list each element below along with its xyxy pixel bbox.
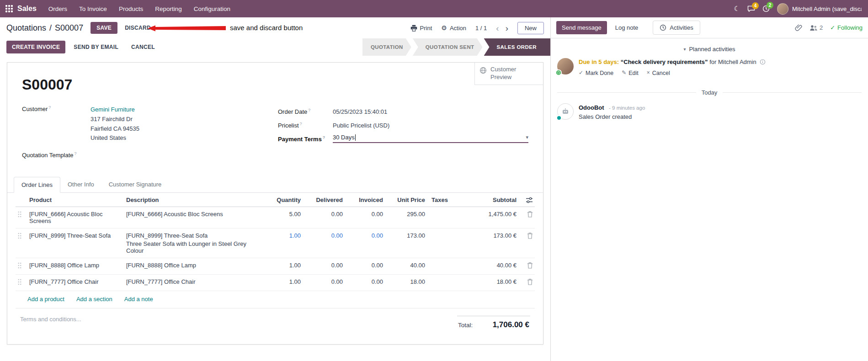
product-cell[interactable]: [FURN_8888] Office Lamp	[27, 258, 124, 275]
invoiced-cell[interactable]: 0.00	[345, 275, 385, 291]
user-menu[interactable]: Mitchell Admin (save_discar	[777, 3, 862, 15]
menu-configuration[interactable]: Configuration	[194, 5, 230, 12]
order-date-field[interactable]: 05/25/2023 15:40:01	[333, 107, 387, 115]
terms-and-conditions-input[interactable]: Terms and conditions...	[20, 316, 81, 334]
save-button[interactable]: SAVE	[91, 22, 117, 34]
apps-grid-icon[interactable]	[5, 5, 13, 12]
app-brand[interactable]: Sales	[17, 5, 37, 13]
unit-price-cell[interactable]: 40.00	[385, 258, 427, 275]
dark-mode-toggle[interactable]: ☾	[734, 5, 740, 13]
quantity-cell[interactable]: 5.00	[262, 207, 303, 228]
print-button[interactable]: Print	[410, 25, 432, 32]
product-cell[interactable]: [FURN_7777] Office Chair	[27, 275, 124, 291]
drag-handle-icon[interactable]	[17, 232, 22, 239]
customer-preview-button[interactable]: Customer Preview	[474, 63, 543, 85]
tab-other-info[interactable]: Other Info	[60, 177, 101, 193]
control-panel: Quotations / S00007 SAVE DISCARD save an…	[0, 17, 550, 38]
planned-activities-header[interactable]: ▾ Planned activities	[551, 46, 868, 53]
menu-products[interactable]: Products	[119, 5, 143, 12]
action-button[interactable]: ⚙ Action	[441, 24, 466, 32]
tab-order-lines[interactable]: Order Lines	[14, 177, 60, 193]
message-author[interactable]: OdooBot	[579, 104, 604, 111]
activity-assignee: for Mitchell Admin	[709, 58, 756, 65]
menu-to-invoice[interactable]: To Invoice	[79, 5, 107, 12]
messages-menu[interactable]: 4	[747, 5, 755, 12]
stage-sales-order[interactable]: SALES ORDER	[484, 38, 550, 56]
drag-handle-icon[interactable]	[17, 278, 22, 286]
paperclip-icon[interactable]	[795, 24, 802, 32]
delivered-cell[interactable]: 0.00	[303, 228, 345, 258]
menu-reporting[interactable]: Reporting	[155, 5, 182, 12]
moon-icon: ☾	[734, 5, 740, 13]
total-label: Total:	[458, 322, 473, 329]
followers-button[interactable]: 2	[809, 24, 823, 31]
stage-quotation-sent[interactable]: QUOTATION SENT	[413, 38, 483, 56]
unit-price-cell[interactable]: 295.00	[385, 207, 427, 228]
payment-terms-field[interactable]: 30 Days ▾	[333, 134, 528, 143]
delivered-cell[interactable]: 0.00	[303, 258, 345, 275]
description-cell[interactable]: [FURN_8999] Three-Seat SofaThree Seater …	[124, 228, 262, 258]
quantity-cell[interactable]: 1.00	[262, 275, 303, 291]
add-note-link[interactable]: Add a note	[124, 296, 153, 303]
delivered-cell[interactable]: 0.00	[303, 207, 345, 228]
delete-line-icon[interactable]	[527, 232, 533, 239]
info-icon[interactable]	[760, 59, 766, 65]
description-cell[interactable]: [FURN_7777] Office Chair	[124, 275, 262, 291]
activity-summary-line: Due in 5 days: “Check delivery requireme…	[579, 58, 766, 67]
pager-next-icon[interactable]: ›	[506, 24, 508, 32]
add-product-link[interactable]: Add a product	[27, 296, 64, 303]
invoiced-cell[interactable]: 0.00	[345, 228, 385, 258]
tab-customer-signature[interactable]: Customer Signature	[101, 177, 169, 193]
mark-done-button[interactable]: ✓ Mark Done	[579, 69, 613, 77]
delivered-cell[interactable]: 0.00	[303, 275, 345, 291]
cancel-order-button[interactable]: CANCEL	[127, 41, 160, 53]
menu-orders[interactable]: Orders	[48, 5, 67, 12]
pricelist-field[interactable]: Public Pricelist (USD)	[333, 121, 389, 129]
taxes-cell[interactable]	[427, 258, 464, 275]
breadcrumb-quotations[interactable]: Quotations	[6, 23, 46, 33]
product-cell[interactable]: [FURN_8999] Three-Seat Sofa	[27, 228, 124, 258]
log-note-button[interactable]: Log note	[611, 21, 643, 34]
pager-previous-icon[interactable]: ‹	[496, 24, 499, 32]
invoiced-cell[interactable]: 0.00	[345, 207, 385, 228]
invoiced-cell[interactable]: 0.00	[345, 258, 385, 275]
help-icon: ?	[75, 151, 77, 156]
stage-quotation[interactable]: QUOTATION	[362, 38, 411, 56]
activities-tab[interactable]: Activities	[653, 21, 700, 35]
order-line-row[interactable]: [FURN_7777] Office Chair [FURN_7777] Off…	[16, 275, 535, 291]
customer-link[interactable]: Gemini Furniture	[91, 105, 139, 115]
activities-menu[interactable]: 2	[762, 5, 770, 12]
order-total: Total: 1,706.00 €	[457, 316, 530, 334]
activity-summary: “Check delivery requirements”	[621, 58, 708, 65]
create-invoice-button[interactable]: CREATE INVOICE	[6, 41, 65, 53]
following-button[interactable]: ✓ Following	[830, 24, 863, 31]
quantity-cell[interactable]: 1.00	[262, 228, 303, 258]
taxes-cell[interactable]	[427, 207, 464, 228]
status-bar: CREATE INVOICE SEND BY EMAIL CANCEL QUOT…	[0, 38, 550, 56]
edit-activity-button[interactable]: ✎ Edit	[622, 69, 639, 77]
description-cell[interactable]: [FURN_8888] Office Lamp	[124, 258, 262, 275]
send-message-button[interactable]: Send message	[556, 21, 607, 34]
unit-price-cell[interactable]: 173.00	[385, 228, 427, 258]
description-cell[interactable]: [FURN_6666] Acoustic Bloc Screens	[124, 207, 262, 228]
add-section-link[interactable]: Add a section	[76, 296, 112, 303]
adjust-columns-icon[interactable]	[526, 197, 533, 203]
quantity-cell[interactable]: 1.00	[262, 258, 303, 275]
delete-line-icon[interactable]	[527, 278, 533, 285]
send-by-email-button[interactable]: SEND BY EMAIL	[69, 41, 123, 53]
dropdown-caret-icon[interactable]: ▾	[526, 134, 528, 140]
cancel-activity-button[interactable]: × Cancel	[647, 69, 670, 77]
order-line-row[interactable]: [FURN_6666] Acoustic Bloc Screens [FURN_…	[16, 207, 535, 228]
taxes-cell[interactable]	[427, 228, 464, 258]
delete-line-icon[interactable]	[527, 262, 533, 269]
product-cell[interactable]: [FURN_6666] Acoustic Bloc Screens	[27, 207, 124, 228]
taxes-cell[interactable]	[427, 275, 464, 291]
order-line-row[interactable]: [FURN_8999] Three-Seat Sofa [FURN_8999] …	[16, 228, 535, 258]
drag-handle-icon[interactable]	[17, 211, 22, 218]
unit-price-cell[interactable]: 18.00	[385, 275, 427, 291]
drag-handle-icon[interactable]	[17, 262, 22, 269]
new-button[interactable]: New	[517, 22, 544, 34]
delete-line-icon[interactable]	[527, 211, 533, 218]
order-line-row[interactable]: [FURN_8888] Office Lamp [FURN_8888] Offi…	[16, 258, 535, 275]
activity-actions: ✓ Mark Done ✎ Edit × Cancel	[579, 69, 766, 77]
